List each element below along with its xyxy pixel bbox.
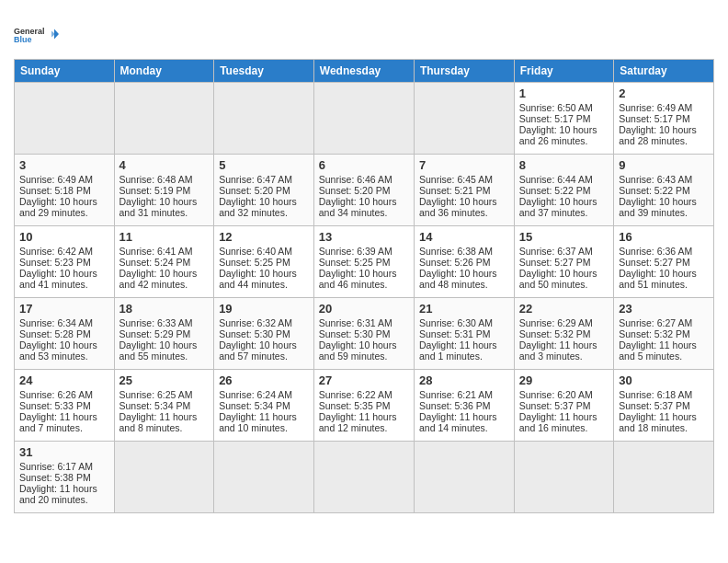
day-number: 19 (219, 302, 309, 316)
page-header: General Blue (14, 9, 714, 53)
day-number: 2 (619, 86, 709, 100)
calendar-week-3: 10Sunrise: 6:42 AMSunset: 5:23 PMDayligh… (15, 226, 714, 298)
calendar-cell (114, 442, 214, 513)
daylight-text: Daylight: 10 hours and 53 minutes. (19, 339, 97, 362)
day-header-monday: Monday (114, 60, 214, 83)
daylight-text: Daylight: 10 hours and 57 minutes. (219, 339, 297, 362)
calendar-cell: 14Sunrise: 6:38 AMSunset: 5:26 PMDayligh… (414, 226, 514, 298)
calendar-week-1: 1Sunrise: 6:50 AMSunset: 5:17 PMDaylight… (15, 83, 714, 155)
calendar-week-2: 3Sunrise: 6:49 AMSunset: 5:18 PMDaylight… (15, 155, 714, 226)
day-number: 10 (19, 230, 109, 244)
calendar-cell (214, 83, 314, 155)
sunrise-text: Sunrise: 6:26 AM (19, 389, 93, 400)
calendar-week-5: 24Sunrise: 6:26 AMSunset: 5:33 PMDayligh… (15, 370, 714, 442)
sunrise-text: Sunrise: 6:41 AM (119, 246, 193, 257)
daylight-text: Daylight: 10 hours and 46 minutes. (319, 268, 397, 290)
calendar-cell (15, 83, 115, 155)
sunrise-text: Sunrise: 6:20 AM (519, 389, 593, 400)
svg-text:General: General (14, 27, 45, 36)
daylight-text: Daylight: 10 hours and 29 minutes. (19, 196, 97, 218)
daylight-text: Daylight: 10 hours and 48 minutes. (419, 268, 497, 290)
sunset-text: Sunset: 5:27 PM (519, 257, 591, 268)
sunset-text: Sunset: 5:30 PM (219, 328, 290, 339)
daylight-text: Daylight: 10 hours and 28 minutes. (619, 124, 697, 146)
day-number: 14 (419, 230, 509, 244)
day-header-tuesday: Tuesday (214, 60, 314, 83)
sunset-text: Sunset: 5:17 PM (519, 113, 591, 124)
calendar-cell: 23Sunrise: 6:27 AMSunset: 5:32 PMDayligh… (614, 298, 714, 370)
day-number: 21 (419, 302, 509, 316)
day-number: 5 (219, 158, 309, 172)
day-number: 9 (619, 158, 709, 172)
calendar-cell (313, 442, 414, 513)
sunset-text: Sunset: 5:22 PM (619, 185, 690, 196)
calendar-cell (614, 442, 714, 513)
sunset-text: Sunset: 5:36 PM (419, 400, 491, 411)
daylight-text: Daylight: 11 hours and 7 minutes. (19, 411, 97, 433)
day-number: 13 (319, 230, 409, 244)
calendar-cell: 26Sunrise: 6:24 AMSunset: 5:34 PMDayligh… (214, 370, 314, 442)
day-number: 24 (19, 373, 109, 387)
calendar-week-6: 31Sunrise: 6:17 AMSunset: 5:38 PMDayligh… (15, 442, 714, 513)
daylight-text: Daylight: 10 hours and 55 minutes. (119, 339, 198, 362)
sunrise-text: Sunrise: 6:42 AM (19, 246, 93, 257)
calendar-cell: 13Sunrise: 6:39 AMSunset: 5:25 PMDayligh… (313, 226, 414, 298)
sunrise-text: Sunrise: 6:37 AM (519, 246, 593, 257)
sunrise-text: Sunrise: 6:22 AM (319, 389, 392, 400)
calendar-cell: 29Sunrise: 6:20 AMSunset: 5:37 PMDayligh… (514, 370, 613, 442)
daylight-text: Daylight: 10 hours and 37 minutes. (519, 196, 597, 218)
day-number: 29 (519, 373, 609, 387)
daylight-text: Daylight: 11 hours and 12 minutes. (319, 411, 397, 433)
sunset-text: Sunset: 5:34 PM (119, 400, 191, 411)
sunrise-text: Sunrise: 6:25 AM (119, 389, 193, 400)
day-number: 7 (419, 158, 509, 172)
sunset-text: Sunset: 5:17 PM (619, 113, 690, 124)
sunrise-text: Sunrise: 6:47 AM (219, 174, 292, 185)
day-number: 22 (519, 302, 609, 316)
sunset-text: Sunset: 5:18 PM (19, 185, 91, 196)
sunrise-text: Sunrise: 6:27 AM (619, 317, 692, 328)
calendar-cell: 8Sunrise: 6:44 AMSunset: 5:22 PMDaylight… (514, 155, 613, 226)
sunrise-text: Sunrise: 6:48 AM (119, 174, 193, 185)
calendar-cell: 22Sunrise: 6:29 AMSunset: 5:32 PMDayligh… (514, 298, 613, 370)
sunset-text: Sunset: 5:23 PM (19, 257, 91, 268)
day-number: 20 (319, 302, 409, 316)
calendar-cell (514, 442, 613, 513)
day-number: 11 (119, 230, 210, 244)
day-number: 27 (319, 373, 409, 387)
sunrise-text: Sunrise: 6:17 AM (19, 461, 93, 472)
sunrise-text: Sunrise: 6:49 AM (619, 102, 692, 113)
sunset-text: Sunset: 5:37 PM (519, 400, 591, 411)
day-number: 3 (19, 158, 109, 172)
calendar-cell: 20Sunrise: 6:31 AMSunset: 5:30 PMDayligh… (313, 298, 414, 370)
logo-svg: General Blue (14, 15, 60, 53)
day-number: 23 (619, 302, 709, 316)
day-number: 30 (619, 373, 709, 387)
sunset-text: Sunset: 5:28 PM (19, 328, 91, 339)
day-header-saturday: Saturday (614, 60, 714, 83)
calendar-cell (313, 83, 414, 155)
calendar-cell (114, 83, 214, 155)
calendar-cell: 24Sunrise: 6:26 AMSunset: 5:33 PMDayligh… (15, 370, 115, 442)
calendar-cell: 28Sunrise: 6:21 AMSunset: 5:36 PMDayligh… (414, 370, 514, 442)
calendar-cell: 15Sunrise: 6:37 AMSunset: 5:27 PMDayligh… (514, 226, 613, 298)
daylight-text: Daylight: 10 hours and 36 minutes. (419, 196, 497, 218)
daylight-text: Daylight: 10 hours and 31 minutes. (119, 196, 198, 218)
day-number: 16 (619, 230, 709, 244)
calendar-cell (414, 83, 514, 155)
sunrise-text: Sunrise: 6:29 AM (519, 317, 593, 328)
day-number: 12 (219, 230, 309, 244)
day-number: 28 (419, 373, 509, 387)
sunrise-text: Sunrise: 6:38 AM (419, 246, 493, 257)
sunrise-text: Sunrise: 6:24 AM (219, 389, 292, 400)
sunset-text: Sunset: 5:34 PM (219, 400, 290, 411)
calendar-cell: 4Sunrise: 6:48 AMSunset: 5:19 PMDaylight… (114, 155, 214, 226)
day-header-wednesday: Wednesday (313, 60, 414, 83)
sunrise-text: Sunrise: 6:36 AM (619, 246, 692, 257)
daylight-text: Daylight: 10 hours and 51 minutes. (619, 268, 697, 290)
sunset-text: Sunset: 5:25 PM (319, 257, 391, 268)
sunrise-text: Sunrise: 6:32 AM (219, 317, 292, 328)
sunset-text: Sunset: 5:30 PM (319, 328, 391, 339)
daylight-text: Daylight: 10 hours and 41 minutes. (19, 268, 97, 290)
sunset-text: Sunset: 5:22 PM (519, 185, 591, 196)
